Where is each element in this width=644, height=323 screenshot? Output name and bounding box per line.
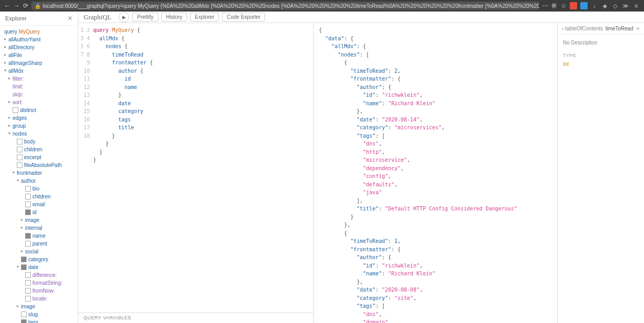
execute-button[interactable]: ▶ xyxy=(119,12,129,23)
tree-item-filter[interactable]: ▸filter: xyxy=(2,75,76,83)
tree-item-id[interactable]: id xyxy=(2,208,76,216)
explorer-header: Explorer ✕ xyxy=(0,12,78,26)
reload-icon[interactable]: ⟳ xyxy=(23,2,28,9)
docs-back-button[interactable]: ‹ tableOfContents xyxy=(562,26,603,31)
ext-icon[interactable] xyxy=(570,2,577,9)
tree-item-children[interactable]: children xyxy=(2,193,76,201)
close-icon[interactable]: ✕ xyxy=(67,15,73,22)
ext-icon[interactable] xyxy=(580,2,588,9)
close-icon[interactable]: ✕ xyxy=(636,26,640,31)
tree-item-category[interactable]: category xyxy=(2,255,76,263)
tree-item-locale[interactable]: locale: xyxy=(2,295,76,303)
docs-header: ‹ tableOfContents timeToRead ✕ xyxy=(558,23,644,35)
chevron-left-icon: ‹ xyxy=(562,26,564,31)
toolbar: GraphiQL ▶ Prettify History Explorer Cod… xyxy=(78,12,644,23)
explorer-button[interactable]: Explorer xyxy=(190,13,219,21)
tree-item-name[interactable]: name xyxy=(2,232,76,240)
docs-body: No Description TYPE Int xyxy=(558,35,644,72)
lock-icon: 🔒 xyxy=(34,3,41,9)
tree-item-email[interactable]: email xyxy=(2,201,76,208)
tree-item-fileAbsolutePath[interactable]: fileAbsolutePath xyxy=(2,161,76,169)
more-icon[interactable]: ⋯ xyxy=(542,2,548,9)
tree-item-author[interactable]: ▾author xyxy=(2,177,76,185)
query-code[interactable]: query MyQuery { allMdx { nodes { timeToR… xyxy=(93,26,313,313)
tree-item-tags[interactable]: tags xyxy=(2,318,76,323)
query-variables-bar[interactable]: QUERY VARIABLES xyxy=(78,313,313,323)
explorer-panel: Explorer ✕ query MyQuery ▸allAuthorYaml▸… xyxy=(0,12,78,323)
code-exporter-button[interactable]: Code Exporter xyxy=(222,13,265,21)
tree-item-internal[interactable]: ▸internal xyxy=(2,224,76,232)
tree-item-formatString[interactable]: formatString: xyxy=(2,279,76,287)
docs-type-heading: TYPE xyxy=(563,53,639,58)
tree-item-slug[interactable]: slug xyxy=(2,310,76,318)
tree-item-allImageSharp[interactable]: ▸allImageSharp xyxy=(2,59,76,67)
tree-item-allDirectory[interactable]: ▸allDirectory xyxy=(2,43,76,51)
tree-item-children[interactable]: children xyxy=(2,146,76,153)
tree-item-allAuthorYaml[interactable]: ▸allAuthorYaml xyxy=(2,36,76,43)
query-editor-column: 1 2 3 4 5 6 7 8 9 10 11 12 13 14 15 16 1… xyxy=(78,23,314,323)
download-icon[interactable]: ↓ xyxy=(591,2,598,9)
shield-icon[interactable]: ⛨ xyxy=(551,2,558,9)
tree-item-allFile[interactable]: ▸allFile xyxy=(2,51,76,59)
prettify-button[interactable]: Prettify xyxy=(132,13,158,21)
menu-icon[interactable]: ≡ xyxy=(632,2,640,9)
explorer-title: Explorer xyxy=(5,15,27,21)
panes: 1 2 3 4 5 6 7 8 9 10 11 12 13 14 15 16 1… xyxy=(78,23,644,323)
tree-item-nodes[interactable]: ▾nodes xyxy=(2,130,76,138)
tree-item-image[interactable]: ▸image xyxy=(2,216,76,224)
url-text: localhost:8000/___graphql?query=query My… xyxy=(43,3,539,9)
docs-type-name[interactable]: Int xyxy=(563,61,639,67)
explorer-body: query MyQuery ▸allAuthorYaml▸allDirector… xyxy=(0,26,78,323)
tree-item-distinct[interactable]: distinct xyxy=(2,106,76,114)
tree-item-excerpt[interactable]: excerpt xyxy=(2,153,76,161)
tree-item-date[interactable]: ▾date xyxy=(2,263,76,271)
back-icon[interactable]: ← xyxy=(4,2,10,9)
tree-item-edges[interactable]: ▸edges xyxy=(2,114,76,122)
ext-icon[interactable]: ≫ xyxy=(622,2,629,9)
browser-chrome: ← → ⟳ 🔒 localhost:8000/___graphql?query=… xyxy=(0,0,644,12)
docs-description: No Description xyxy=(563,40,639,46)
tree-item-allMdx[interactable]: ▾allMdx xyxy=(2,67,76,75)
extension-icons: ↓ ◈ ◇ ≫ ≡ xyxy=(570,2,640,9)
ext-icon[interactable]: ◇ xyxy=(612,2,619,9)
docs-title: timeToRead xyxy=(605,26,633,31)
tree-item-frontmatter[interactable]: ▾frontmatter xyxy=(2,169,76,177)
graphiql-logo: GraphiQL xyxy=(84,13,111,21)
line-gutter: 1 2 3 4 5 6 7 8 9 10 11 12 13 14 15 16 1… xyxy=(78,26,93,313)
tree-item-skip[interactable]: skip: xyxy=(2,91,76,98)
tree-item-body[interactable]: body xyxy=(2,138,76,146)
tree-item-difference[interactable]: difference: xyxy=(2,271,76,279)
tree-item-parent[interactable]: parent xyxy=(2,240,76,248)
query-editor[interactable]: 1 2 3 4 5 6 7 8 9 10 11 12 13 14 15 16 1… xyxy=(78,23,313,313)
app: Explorer ✕ query MyQuery ▸allAuthorYaml▸… xyxy=(0,12,644,323)
forward-icon[interactable]: → xyxy=(14,2,20,9)
main: GraphiQL ▶ Prettify History Explorer Cod… xyxy=(78,12,644,323)
tree-item-image[interactable]: ▸image xyxy=(2,303,76,310)
history-button[interactable]: History xyxy=(162,13,187,21)
ext-icon[interactable]: ◈ xyxy=(601,2,608,9)
url-bar[interactable]: 🔒 localhost:8000/___graphql?query=query … xyxy=(31,2,539,10)
tree-item-fromNow[interactable]: fromNow: xyxy=(2,287,76,295)
tree-item-group[interactable]: ▸group xyxy=(2,122,76,130)
tree-item-social[interactable]: ▸social xyxy=(2,248,76,255)
tree-item-sort[interactable]: ▸sort: xyxy=(2,98,76,106)
star-icon[interactable]: ☆ xyxy=(561,2,567,9)
tree-item-bio[interactable]: bio xyxy=(2,185,76,193)
explorer-query-name: query MyQuery xyxy=(2,28,76,36)
tree-item-limit[interactable]: limit: xyxy=(2,83,76,91)
results-pane[interactable]: { "data": { "allMdx": { "nodes": [ { "ti… xyxy=(314,23,558,323)
docs-panel: ‹ tableOfContents timeToRead ✕ No Descri… xyxy=(558,23,644,323)
